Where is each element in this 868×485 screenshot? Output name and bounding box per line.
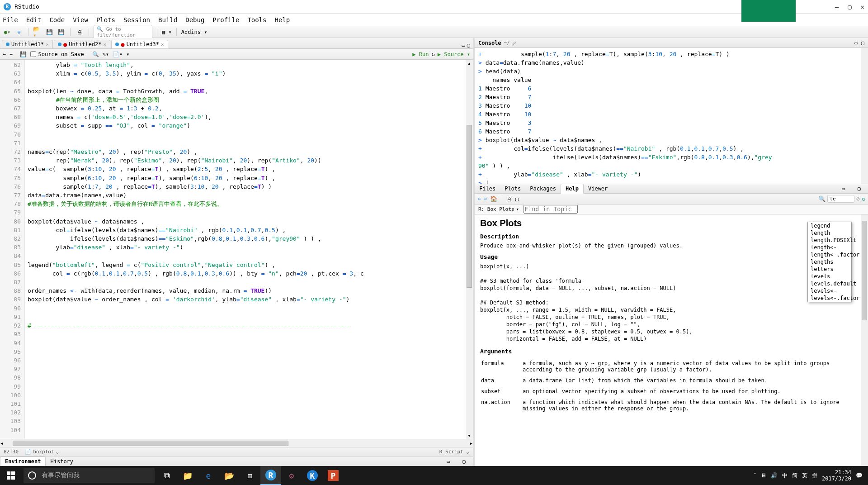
ime-pin[interactable]: 拼 bbox=[812, 472, 817, 480]
ac-item[interactable]: levels.default bbox=[808, 280, 851, 287]
source-on-save-checkbox[interactable] bbox=[30, 51, 36, 57]
ac-item[interactable]: length.POSIXlt bbox=[808, 237, 851, 244]
menu-edit[interactable]: Edit bbox=[26, 16, 42, 24]
minimize-pane-icon[interactable]: ▭ bbox=[442, 457, 454, 466]
cortana-search[interactable]: 有事尽管问我 bbox=[24, 468, 155, 483]
ac-item[interactable]: levels bbox=[808, 273, 851, 280]
ac-item[interactable]: lengths bbox=[808, 258, 851, 266]
app-icon[interactable]: ⚙ bbox=[281, 466, 302, 485]
help-topic[interactable]: R: Box Plots bbox=[478, 206, 514, 212]
menu-code[interactable]: Code bbox=[49, 16, 65, 24]
menu-profile[interactable]: Profile bbox=[212, 16, 239, 24]
save-all-icon[interactable]: 💾 bbox=[57, 28, 66, 37]
help-print-icon[interactable]: 🖨 bbox=[507, 195, 513, 202]
kugou-icon[interactable]: K bbox=[302, 466, 323, 485]
tab-history[interactable]: History bbox=[46, 457, 78, 466]
ac-item[interactable]: letters bbox=[808, 266, 851, 273]
menu-build[interactable]: Build bbox=[158, 16, 177, 24]
console[interactable]: + sample(1:7, 20 , replace=T), sample(3:… bbox=[475, 48, 868, 184]
ac-item[interactable]: levels<-.factor bbox=[808, 295, 851, 302]
notebook-icon[interactable]: ▾ bbox=[126, 51, 129, 57]
clear-search-icon[interactable]: ⊘ bbox=[856, 195, 860, 202]
help-search-input[interactable] bbox=[827, 195, 854, 203]
tab-viewer[interactable]: Viewer bbox=[584, 184, 612, 193]
rerun-icon[interactable]: ↻ bbox=[432, 51, 435, 57]
minimize-button[interactable]: — bbox=[835, 3, 839, 10]
console-vscroll[interactable] bbox=[861, 48, 868, 184]
menu-help[interactable]: Help bbox=[275, 16, 290, 24]
tab-untitled2[interactable]: ● Untitled2* × bbox=[54, 40, 110, 48]
tab-plots[interactable]: Plots bbox=[500, 184, 525, 193]
tab-files[interactable]: Files bbox=[475, 184, 500, 193]
edge-icon[interactable]: e bbox=[198, 466, 219, 485]
tab-packages[interactable]: Packages bbox=[525, 184, 561, 193]
close-tab-icon[interactable]: × bbox=[104, 42, 107, 48]
back-icon[interactable]: ⬅ bbox=[3, 51, 6, 57]
addins-menu[interactable]: Addins ▾ bbox=[181, 29, 208, 35]
volume-icon[interactable]: 🔊 bbox=[771, 472, 778, 479]
editor-hscroll[interactable]: ◂▸ bbox=[0, 439, 473, 447]
menu-view[interactable]: View bbox=[73, 16, 88, 24]
print-icon[interactable]: 🖨 bbox=[75, 28, 84, 37]
store-icon[interactable]: ⊞ bbox=[240, 466, 260, 485]
tab-environment[interactable]: Environment bbox=[0, 456, 46, 466]
pc-icon[interactable]: 🖥 bbox=[761, 472, 766, 479]
help-home-icon[interactable]: 🏠 bbox=[490, 195, 497, 202]
current-function[interactable]: boxplot bbox=[33, 449, 54, 455]
tab-help[interactable]: Help bbox=[561, 184, 584, 194]
code-area[interactable]: ylab = "Tooth length", xlim = c(0.5, 3.5… bbox=[25, 60, 473, 439]
ime-jian[interactable]: 简 bbox=[792, 472, 797, 480]
refresh-icon[interactable]: ↻ bbox=[862, 195, 865, 202]
menu-file[interactable]: File bbox=[3, 16, 18, 24]
close-tab-icon[interactable]: × bbox=[46, 42, 49, 48]
source-editor[interactable]: 6263646566676869707172737475767778798081… bbox=[0, 60, 473, 439]
ac-item[interactable]: length<-.factor bbox=[808, 251, 851, 258]
rstudio-task-icon[interactable]: R bbox=[260, 466, 281, 485]
ime-zh[interactable]: 中 bbox=[782, 472, 788, 480]
source-button[interactable]: ▶ Source ▾ bbox=[438, 51, 470, 57]
maximize-pane-icon[interactable]: ▢ bbox=[467, 42, 470, 48]
notifications-icon[interactable]: 💬 bbox=[856, 472, 863, 479]
start-button[interactable] bbox=[0, 466, 22, 485]
save-icon[interactable]: 💾 bbox=[45, 28, 54, 37]
menu-session[interactable]: Session bbox=[123, 16, 150, 24]
help-find-input[interactable] bbox=[524, 205, 578, 214]
new-project-icon[interactable]: ⊕ bbox=[14, 28, 24, 37]
minimize-pane-icon[interactable]: ▭ bbox=[837, 184, 849, 193]
minimize-pane-icon[interactable]: ▭ bbox=[462, 42, 465, 48]
menu-tools[interactable]: Tools bbox=[247, 16, 266, 24]
show-in-new-icon[interactable]: 💾 bbox=[20, 51, 27, 57]
autocomplete-popup[interactable]: legendlengthlength.POSIXltlength<-length… bbox=[807, 222, 852, 302]
maximize-button[interactable]: ▢ bbox=[848, 3, 851, 10]
find-icon[interactable]: 🔍 bbox=[92, 51, 99, 57]
file-explorer-icon[interactable]: 📂 bbox=[219, 466, 240, 485]
close-tab-icon[interactable]: × bbox=[161, 42, 164, 48]
tab-untitled1[interactable]: Untitled1* × bbox=[2, 40, 53, 48]
tray-chevron-icon[interactable]: ˄ bbox=[754, 472, 756, 479]
minimize-pane-icon[interactable]: ▭ bbox=[854, 40, 858, 46]
close-button[interactable]: ✕ bbox=[861, 3, 864, 10]
ac-item[interactable]: length<- bbox=[808, 244, 851, 251]
help-content[interactable]: Box Plots Description Produce box-and-wh… bbox=[475, 214, 868, 466]
help-window-icon[interactable]: ▢ bbox=[515, 195, 519, 202]
forward-icon[interactable]: ➡ bbox=[9, 51, 13, 57]
report-icon[interactable]: 📄▾ bbox=[113, 51, 123, 57]
ime-lang[interactable]: 英 bbox=[802, 472, 807, 480]
run-button[interactable]: ▶ Run bbox=[412, 51, 429, 57]
menu-debug[interactable]: Debug bbox=[185, 16, 204, 24]
ac-item[interactable]: levels<- bbox=[808, 287, 851, 295]
goto-file-input[interactable]: 🔍 Go to file/function bbox=[94, 25, 152, 39]
menu-plots[interactable]: Plots bbox=[96, 16, 115, 24]
clock[interactable]: 21:34 2017/3/20 bbox=[822, 469, 851, 482]
powerpoint-icon[interactable]: P bbox=[323, 466, 344, 485]
editor-vscroll[interactable]: ▴▾ bbox=[466, 60, 473, 439]
tab-untitled3[interactable]: ● Untitled3* × bbox=[111, 40, 168, 48]
language-label[interactable]: R Script bbox=[439, 449, 463, 455]
maximize-pane-icon[interactable]: ▢ bbox=[861, 40, 864, 46]
taskview-icon[interactable]: ⧉ bbox=[156, 466, 177, 485]
maximize-pane-icon[interactable]: ▢ bbox=[458, 457, 470, 466]
help-vscroll[interactable] bbox=[861, 214, 868, 466]
ac-item[interactable]: legend bbox=[808, 222, 851, 229]
open-file-icon[interactable]: 📂▾ bbox=[33, 28, 42, 37]
explorer-icon[interactable]: 📁 bbox=[177, 466, 198, 485]
